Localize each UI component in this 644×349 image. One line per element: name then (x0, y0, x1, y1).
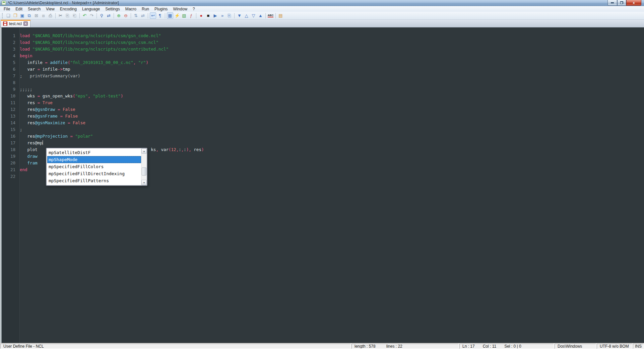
toolbar-separator (55, 13, 56, 18)
menu-item-settings[interactable]: Settings (103, 6, 122, 12)
toolbar-grip[interactable] (2, 13, 3, 18)
menu-item-plugins[interactable]: Plugins (152, 6, 170, 12)
spell-check-button[interactable]: ABC (267, 12, 274, 19)
window-controls: x (607, 0, 641, 6)
new-file-icon: ❏ (6, 13, 10, 18)
code-text: res@gsnMaximize = False (20, 120, 85, 126)
code-token: begin (20, 53, 33, 58)
user-define-dialog-icon: ⚡ (174, 13, 180, 18)
uncollapse-current-button[interactable]: ▲ (257, 12, 264, 19)
document-map-button[interactable]: ▧ (181, 12, 187, 19)
save-macro-button[interactable]: ⎘ (226, 12, 233, 19)
autocomplete-item[interactable]: mpSpecifiedFillDirectIndexing (47, 170, 141, 177)
code-token: res (20, 107, 35, 112)
editor-pane[interactable]: 1load "$NCARG_ROOT/lib/ncarg/nclscripts/… (0, 27, 644, 343)
playback-macro-button[interactable]: ▶ (212, 12, 218, 19)
autocomplete-item[interactable]: mpShapeMode (47, 156, 141, 163)
sync-vertical-button[interactable]: ⇅ (133, 12, 139, 19)
autocomplete-popup[interactable]: mpSatelliteDistFmpShapeModempSpecifiedFi… (46, 148, 147, 186)
user-define-dialog-button[interactable]: ⚡ (174, 12, 180, 19)
undo-button[interactable]: ↶ (81, 12, 88, 19)
autocomplete-item[interactable]: mpSpecifiedFillColors (47, 163, 141, 170)
scroll-down-icon[interactable]: ▼ (141, 180, 147, 185)
scrollbar-track[interactable] (141, 154, 147, 180)
title-bar[interactable]: *C:\Users\Athlete\Desktop\test.ncl - Not… (0, 0, 644, 6)
close-all-icon: ⧈ (42, 13, 45, 18)
column-position-label: Col : 11 (483, 344, 496, 349)
code-text: load "$NCARG_ROOT/lib/ncarg/nclscripts/c… (20, 39, 158, 46)
doc-monitor-button[interactable]: ▤ (277, 12, 284, 19)
menu-item-macro[interactable]: Macro (123, 6, 139, 12)
copy-button[interactable]: ⎘ (64, 12, 71, 19)
line-number: 10 (2, 93, 20, 99)
show-all-characters-icon: ¶ (159, 13, 161, 18)
code-token (136, 60, 138, 65)
fold-all-button[interactable]: ▼ (236, 12, 243, 19)
redo-button[interactable]: ↷ (88, 12, 95, 19)
zoom-out-button[interactable]: ⊖ (123, 12, 129, 19)
scroll-up-icon[interactable]: ▲ (141, 148, 147, 154)
autocomplete-item[interactable]: mpSatelliteDistF (47, 149, 141, 156)
stop-macro-button[interactable]: ■ (205, 12, 211, 19)
find-button[interactable]: ⚲ (99, 12, 105, 19)
print-button[interactable]: ⎙ (47, 12, 54, 19)
save-all-button[interactable]: ⧉ (26, 12, 33, 19)
menu-item-encoding[interactable]: Encoding (57, 6, 79, 12)
zoom-in-button[interactable]: ⊕ (116, 12, 122, 19)
show-all-characters-button[interactable]: ¶ (157, 12, 163, 19)
minimize-button[interactable] (607, 0, 617, 6)
paste-button[interactable]: ⎗ (71, 12, 78, 19)
menu-item-window[interactable]: Window (170, 6, 190, 12)
close-button[interactable]: x (626, 0, 641, 6)
open-file-button[interactable]: ❐ (12, 12, 18, 19)
function-list-button[interactable]: ƒ (188, 12, 194, 19)
toolbar-separator (131, 13, 131, 18)
menu-item-edit[interactable]: Edit (13, 6, 25, 12)
cut-button[interactable]: ✂ (57, 12, 64, 19)
code-token: ks (151, 147, 156, 152)
sync-horizontal-icon: ⇄ (141, 13, 145, 18)
run-macro-multiple-button[interactable]: » (219, 12, 226, 19)
menu-item-file[interactable]: File (1, 6, 13, 12)
collapse-current-button[interactable]: ▽ (250, 12, 257, 19)
scrollbar-thumb[interactable] (142, 167, 146, 176)
code-text: res@mp (20, 140, 43, 146)
line-number: 2 (2, 39, 20, 46)
undo-icon: ↶ (83, 13, 86, 18)
code-token (20, 160, 27, 165)
menu-item-search[interactable]: Search (25, 6, 43, 12)
restore-button[interactable] (617, 0, 626, 6)
code-text: wks = gsn_open_wks("eps", "plot-test") (20, 93, 123, 99)
unfold-all-button[interactable]: △ (243, 12, 250, 19)
replace-button[interactable]: ⇄ (106, 12, 112, 19)
menu-item-view[interactable]: View (43, 6, 57, 12)
indent-guide-button[interactable]: ▦ (167, 12, 173, 19)
menu-item-run[interactable]: Run (139, 6, 152, 12)
line-number: 4 (2, 53, 20, 59)
code-token (55, 107, 58, 112)
close-all-button[interactable]: ⧈ (40, 12, 47, 19)
code-token: addfile (50, 60, 68, 65)
code-token: ;;;;; (20, 87, 33, 92)
autocomplete-scrollbar[interactable]: ▲ ▼ (141, 148, 147, 185)
close-file-button[interactable]: ⊠ (33, 12, 40, 19)
record-macro-button[interactable]: ● (198, 12, 204, 19)
code-token: plot (20, 147, 38, 152)
tab-close-icon[interactable]: x (23, 21, 28, 26)
code-token: False (65, 114, 78, 119)
tab-test-ncl[interactable]: test.nclx (1, 20, 30, 27)
sync-horizontal-button[interactable]: ⇄ (140, 12, 146, 19)
autocomplete-item[interactable]: mpSpecifiedFillPatterns (47, 177, 141, 184)
new-file-button[interactable]: ❏ (5, 12, 11, 19)
menu-item-[interactable]: ? (190, 6, 198, 12)
sync-vertical-icon: ⇅ (134, 13, 138, 18)
code-line: 1load "$NCARG_ROOT/lib/ncarg/nclscripts/… (2, 32, 644, 39)
uncollapse-current-icon: ▲ (258, 13, 263, 18)
word-wrap-button[interactable]: ↩ (150, 12, 156, 19)
unsaved-changes-icon (3, 21, 7, 26)
menu-item-language[interactable]: Language (79, 6, 103, 12)
code-token: ) (201, 147, 204, 152)
code-token: -> (58, 67, 63, 72)
save-file-button[interactable]: ▣ (19, 12, 25, 19)
code-text: ;;;;; (20, 86, 33, 93)
